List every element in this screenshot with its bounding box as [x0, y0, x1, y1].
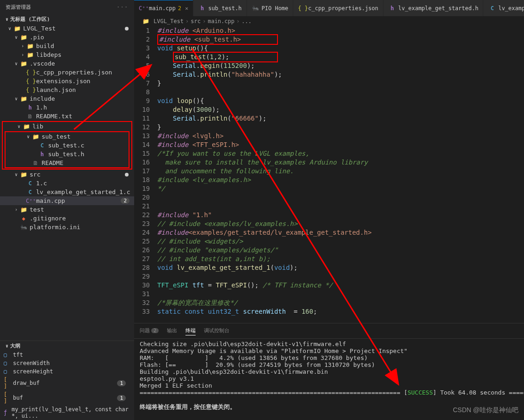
tree-item-src[interactable]: ∨📁src [0, 170, 134, 179]
tab-lv_example_get_started.h[interactable]: hlv_example_get_started.h [383, 0, 483, 16]
outline-badge: 1 [117, 380, 126, 386]
tab-PIO Home[interactable]: 🐜PIO Home [247, 0, 293, 16]
tree-item-1.h[interactable]: h1.h [0, 103, 134, 112]
code-line-31[interactable] [157, 290, 524, 298]
outline-item-buf[interactable]: [ ]buf1 [0, 390, 134, 405]
terminal-tab-调试控制台[interactable]: 调试控制台 [204, 326, 229, 335]
tree-item-include[interactable]: ∨📁include [0, 94, 134, 103]
code-line-15[interactable]: /*If you want to use the LVGL examples, [157, 149, 524, 158]
breadcrumb-segment[interactable]: main.cpp [208, 18, 234, 24]
tree-item-sub_test.h[interactable]: hsub_test.h [6, 150, 129, 158]
code-line-6[interactable]: Serial.println("hahahahha"); [157, 70, 524, 79]
tree-label: .pio [30, 34, 44, 41]
code-line-20[interactable] [157, 193, 524, 202]
tab-main.cpp[interactable]: C⁺⁺main.cpp2✕ [134, 0, 193, 16]
tree-item-1.c[interactable]: C1.c [0, 179, 134, 188]
outline-title[interactable]: ∨ 大纲 [0, 341, 134, 351]
breadcrumb[interactable]: 📁LVGL_Test›src›main.cpp›... [134, 16, 524, 26]
code-line-9[interactable]: void loop(){ [157, 97, 524, 105]
code-line-8[interactable] [157, 88, 524, 97]
code-line-30[interactable]: TFT_eSPI tft = TFT_eSPI(); /* TFT instan… [157, 281, 524, 290]
tree-item-sub_test.c[interactable]: Csub_test.c [6, 141, 129, 150]
more-icon[interactable]: ··· [117, 4, 129, 10]
chevron-icon: ∨ [13, 61, 19, 66]
code-line-19[interactable]: */ [157, 184, 524, 193]
code-line-22[interactable]: #include "1.h" [157, 211, 524, 219]
chevron-icon: › [19, 43, 26, 49]
tree-item-README.txt[interactable]: 🗎README.txt [0, 112, 134, 121]
code-line-7[interactable]: } [157, 79, 524, 88]
tree-item-LVGL_Test[interactable]: ∨📁LVGL_Test [0, 24, 134, 33]
tree-label: sub_test.c [48, 142, 84, 149]
code-line-32[interactable]: /*屏幕的宽高在这里修改*/ [157, 298, 524, 307]
warning-badge: 2 [121, 198, 129, 204]
outline-item-my_print(lv_log_level_t, const char *, ui...[interactable]: ƒmy_print(lv_log_level_t, const char *, … [0, 405, 134, 420]
code-line-14[interactable]: #include <TFT_eSPI.h> [157, 140, 524, 149]
tree-item-test[interactable]: ›📁test [0, 205, 134, 214]
breadcrumb-segment[interactable]: src [191, 18, 201, 24]
tree-item-.gitignore[interactable]: ◆.gitignore [0, 214, 134, 223]
tree-label: launch.json [36, 86, 76, 93]
tree-item-main.cpp[interactable]: C⁺⁺main.cpp2 [0, 196, 134, 205]
code-editor[interactable]: 1234567891011121314151617181920212223242… [134, 26, 524, 323]
h-icon: h [26, 104, 34, 111]
code-line-27[interactable]: // int add_test(int a,int b); [157, 255, 524, 263]
tree-item-sub_test[interactable]: ∨📁sub_test [6, 132, 129, 141]
code-content[interactable]: #include <Arduino.h>#include <sub_test.h… [157, 26, 524, 323]
tree-item-libdeps[interactable]: ›📁libdeps [0, 50, 134, 59]
tree-item-lib[interactable]: ∨📁lib [3, 122, 131, 131]
tab-lv_example[interactable]: Clv_example [483, 0, 524, 16]
folder-icon: 📁 [26, 43, 34, 49]
tree-item-.vscode[interactable]: ∨📁.vscode [0, 59, 134, 68]
code-line-21[interactable] [157, 202, 524, 211]
tree-item-lv_example_get_started_1.c[interactable]: Clv_example_get_started_1.c [0, 188, 134, 196]
code-line-12[interactable]: } [157, 123, 524, 132]
code-line-13[interactable]: #include <lvgl.h> [157, 132, 524, 140]
cpp-icon: C⁺⁺ [26, 198, 34, 204]
close-icon[interactable]: ✕ [185, 5, 188, 12]
code-line-28[interactable]: void lv_example_get_started_1(void); [157, 263, 524, 272]
code-line-23[interactable]: // #include <examples/lv_examples.h> [157, 219, 524, 228]
highlight-lib-folder: ∨📁lib∨📁sub_testCsub_test.chsub_test.h🗎RE… [2, 121, 132, 170]
code-line-33[interactable]: static const uint32_t screenWidth = 160; [157, 307, 524, 316]
code-line-25[interactable]: // #include <widgets/> [157, 237, 524, 246]
tab-badge: 2 [178, 5, 181, 12]
tab-c_cpp_properties.json[interactable]: { }c_cpp_properties.json [293, 0, 383, 16]
terminal-tab-问题[interactable]: 问题2 [140, 326, 159, 335]
tree-item-extensions.json[interactable]: { }extensions.json [0, 77, 134, 85]
c-icon: C [26, 189, 34, 195]
code-line-17[interactable]: and uncomment the following line. [157, 167, 524, 176]
explorer-title: 资源管理器 [6, 4, 31, 11]
folder-icon: 📁 [26, 52, 34, 58]
tree-item-build[interactable]: ›📁build [0, 42, 134, 50]
code-line-26[interactable]: // #include "examples/widgets/" [157, 246, 524, 255]
outline-item-screenHeight[interactable]: ▢screenHeight [0, 367, 134, 376]
code-line-2[interactable]: #include <sub_test.h> [157, 35, 524, 44]
code-line-24[interactable]: #include<examples/get_started/lv_example… [157, 228, 524, 237]
tree-item-platformio.ini[interactable]: 🐜platformio.ini [0, 223, 134, 231]
code-line-18[interactable]: #include <lv_examples.h> [157, 176, 524, 184]
tree-item-launch.json[interactable]: { }launch.json [0, 85, 134, 94]
workspace-title[interactable]: ∨ 无标题 (工作区) [0, 14, 134, 24]
terminal-tab-终端[interactable]: 终端 [185, 326, 196, 335]
outline-item-draw_buf[interactable]: [ ]draw_buf1 [0, 376, 134, 390]
code-line-10[interactable]: delay(3000); [157, 105, 524, 114]
outline-item-screenWidth[interactable]: ▢screenWidth [0, 359, 134, 367]
chevron-icon: › [19, 52, 26, 57]
breadcrumb-segment[interactable]: LVGL_Test [154, 18, 184, 24]
breadcrumb-segment[interactable]: ... [241, 18, 252, 24]
code-line-29[interactable] [157, 272, 524, 281]
terminal-tab-输出[interactable]: 输出 [167, 326, 177, 335]
code-line-11[interactable]: Serial.println("66666"); [157, 114, 524, 123]
tree-item-.pio[interactable]: ∨📁.pio [0, 33, 134, 42]
tree-item-README[interactable]: 🗎README [6, 158, 129, 167]
tree-item-c_cpp_properties.json[interactable]: { }c_cpp_properties.json [0, 68, 134, 77]
cpp-icon: C⁺⁺ [139, 5, 147, 12]
outline-item-tft[interactable]: ▢tft [0, 351, 134, 359]
watermark: CSDN @哇你是神仙吧 [453, 406, 518, 414]
code-line-5[interactable]: Serial.begin(115200); [157, 61, 524, 70]
code-line-16[interactable]: make sure to install the lv_examples Ard… [157, 158, 524, 167]
code-line-4[interactable]: sub_test(1,2); [157, 53, 524, 61]
tree-label: test [30, 206, 44, 213]
tab-sub_test.h[interactable]: hsub_test.h [193, 0, 246, 16]
